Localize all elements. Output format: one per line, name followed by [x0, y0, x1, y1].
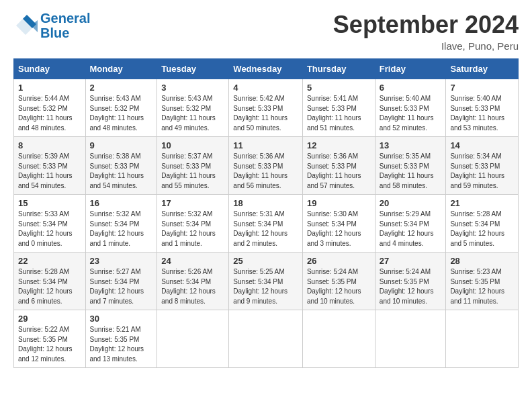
calendar-day-cell: 22 Sunrise: 5:28 AMSunset: 5:34 PMDaylig… — [14, 253, 86, 310]
calendar-day-cell: 30 Sunrise: 5:21 AMSunset: 5:35 PMDaylig… — [85, 310, 157, 368]
weekday-header: Friday — [375, 59, 446, 79]
calendar-day-cell: 18 Sunrise: 5:31 AMSunset: 5:34 PMDaylig… — [229, 195, 303, 253]
day-info: Sunrise: 5:39 AMSunset: 5:33 PMDaylight:… — [18, 152, 73, 189]
day-info: Sunrise: 5:21 AMSunset: 5:35 PMDaylight:… — [90, 326, 144, 363]
day-number: 11 — [233, 140, 298, 150]
day-info: Sunrise: 5:36 AMSunset: 5:33 PMDaylight:… — [233, 152, 287, 189]
day-info: Sunrise: 5:24 AMSunset: 5:35 PMDaylight:… — [380, 268, 434, 305]
weekday-header: Monday — [85, 59, 157, 79]
calendar-day-cell: 1 Sunrise: 5:44 AMSunset: 5:32 PMDayligh… — [14, 79, 86, 137]
day-info: Sunrise: 5:29 AMSunset: 5:34 PMDaylight:… — [380, 210, 434, 247]
day-number: 27 — [380, 256, 442, 266]
day-number: 24 — [161, 256, 224, 266]
logo: General Blue — [13, 11, 90, 40]
calendar-day-cell: 14 Sunrise: 5:34 AMSunset: 5:33 PMDaylig… — [446, 137, 519, 195]
day-number: 29 — [18, 314, 81, 324]
month-year-label: September 2024 — [333, 11, 519, 39]
day-number: 4 — [233, 83, 298, 93]
calendar-day-cell: 17 Sunrise: 5:32 AMSunset: 5:34 PMDaylig… — [157, 195, 229, 253]
day-info: Sunrise: 5:38 AMSunset: 5:33 PMDaylight:… — [90, 152, 144, 189]
calendar-week-row: 15 Sunrise: 5:33 AMSunset: 5:34 PMDaylig… — [14, 195, 519, 253]
calendar-day-cell: 6 Sunrise: 5:40 AMSunset: 5:33 PMDayligh… — [375, 79, 446, 137]
day-info: Sunrise: 5:40 AMSunset: 5:33 PMDaylight:… — [380, 95, 434, 132]
calendar-day-cell — [157, 310, 229, 368]
day-info: Sunrise: 5:25 AMSunset: 5:34 PMDaylight:… — [233, 268, 287, 305]
day-number: 8 — [18, 140, 81, 150]
day-number: 26 — [307, 256, 371, 266]
day-info: Sunrise: 5:41 AMSunset: 5:33 PMDaylight:… — [307, 95, 361, 132]
calendar-day-cell: 19 Sunrise: 5:30 AMSunset: 5:34 PMDaylig… — [302, 195, 375, 253]
day-info: Sunrise: 5:32 AMSunset: 5:34 PMDaylight:… — [161, 210, 216, 247]
day-info: Sunrise: 5:23 AMSunset: 5:35 PMDaylight:… — [450, 268, 504, 305]
weekday-header: Tuesday — [157, 59, 229, 79]
location-label: Ilave, Puno, Peru — [333, 40, 519, 52]
calendar-day-cell: 2 Sunrise: 5:43 AMSunset: 5:32 PMDayligh… — [85, 79, 157, 137]
day-info: Sunrise: 5:28 AMSunset: 5:34 PMDaylight:… — [450, 210, 504, 247]
day-number: 1 — [18, 83, 81, 93]
day-number: 17 — [161, 198, 224, 208]
day-number: 5 — [307, 83, 371, 93]
weekday-header: Saturday — [446, 59, 519, 79]
day-info: Sunrise: 5:36 AMSunset: 5:33 PMDaylight:… — [307, 152, 361, 189]
logo-text: General Blue — [40, 11, 90, 40]
calendar-title: September 2024 Ilave, Puno, Peru — [333, 11, 519, 52]
calendar-day-cell: 13 Sunrise: 5:35 AMSunset: 5:33 PMDaylig… — [375, 137, 446, 195]
logo-icon — [13, 13, 38, 38]
day-number: 10 — [161, 140, 224, 150]
calendar-day-cell: 4 Sunrise: 5:42 AMSunset: 5:33 PMDayligh… — [229, 79, 303, 137]
day-number: 6 — [380, 83, 442, 93]
day-number: 16 — [90, 198, 153, 208]
day-number: 3 — [161, 83, 224, 93]
calendar-day-cell: 24 Sunrise: 5:26 AMSunset: 5:34 PMDaylig… — [157, 253, 229, 310]
calendar-day-cell: 3 Sunrise: 5:43 AMSunset: 5:32 PMDayligh… — [157, 79, 229, 137]
day-info: Sunrise: 5:32 AMSunset: 5:34 PMDaylight:… — [90, 210, 144, 247]
day-info: Sunrise: 5:34 AMSunset: 5:33 PMDaylight:… — [450, 152, 504, 189]
day-info: Sunrise: 5:35 AMSunset: 5:33 PMDaylight:… — [380, 152, 434, 189]
calendar-day-cell — [229, 310, 303, 368]
day-info: Sunrise: 5:22 AMSunset: 5:35 PMDaylight:… — [18, 326, 73, 363]
calendar-day-cell: 15 Sunrise: 5:33 AMSunset: 5:34 PMDaylig… — [14, 195, 86, 253]
calendar-day-cell: 27 Sunrise: 5:24 AMSunset: 5:35 PMDaylig… — [375, 253, 446, 310]
day-number: 28 — [450, 256, 514, 266]
calendar-day-cell — [302, 310, 375, 368]
calendar-table: SundayMondayTuesdayWednesdayThursdayFrid… — [13, 58, 519, 368]
calendar-day-cell: 7 Sunrise: 5:40 AMSunset: 5:33 PMDayligh… — [446, 79, 519, 137]
day-number: 21 — [450, 198, 514, 208]
day-info: Sunrise: 5:43 AMSunset: 5:32 PMDaylight:… — [161, 95, 216, 132]
weekday-header: Sunday — [14, 59, 86, 79]
day-number: 13 — [380, 140, 442, 150]
day-number: 30 — [90, 314, 153, 324]
calendar-week-row: 8 Sunrise: 5:39 AMSunset: 5:33 PMDayligh… — [14, 137, 519, 195]
calendar-day-cell — [375, 310, 446, 368]
calendar-day-cell: 26 Sunrise: 5:24 AMSunset: 5:35 PMDaylig… — [302, 253, 375, 310]
calendar-day-cell: 9 Sunrise: 5:38 AMSunset: 5:33 PMDayligh… — [85, 137, 157, 195]
calendar-day-cell: 5 Sunrise: 5:41 AMSunset: 5:33 PMDayligh… — [302, 79, 375, 137]
day-info: Sunrise: 5:37 AMSunset: 5:33 PMDaylight:… — [161, 152, 216, 189]
calendar-week-row: 1 Sunrise: 5:44 AMSunset: 5:32 PMDayligh… — [14, 79, 519, 137]
weekday-header: Wednesday — [229, 59, 303, 79]
calendar-day-cell: 25 Sunrise: 5:25 AMSunset: 5:34 PMDaylig… — [229, 253, 303, 310]
page-header: General Blue September 2024 Ilave, Puno,… — [13, 11, 519, 52]
calendar-day-cell — [446, 310, 519, 368]
day-info: Sunrise: 5:30 AMSunset: 5:34 PMDaylight:… — [307, 210, 361, 247]
calendar-day-cell: 10 Sunrise: 5:37 AMSunset: 5:33 PMDaylig… — [157, 137, 229, 195]
day-number: 15 — [18, 198, 81, 208]
day-number: 19 — [307, 198, 371, 208]
day-info: Sunrise: 5:42 AMSunset: 5:33 PMDaylight:… — [233, 95, 287, 132]
calendar-day-cell: 12 Sunrise: 5:36 AMSunset: 5:33 PMDaylig… — [302, 137, 375, 195]
day-number: 9 — [90, 140, 153, 150]
day-number: 18 — [233, 198, 298, 208]
day-info: Sunrise: 5:27 AMSunset: 5:34 PMDaylight:… — [90, 268, 144, 305]
day-info: Sunrise: 5:43 AMSunset: 5:32 PMDaylight:… — [90, 95, 144, 132]
weekday-header-row: SundayMondayTuesdayWednesdayThursdayFrid… — [14, 59, 519, 79]
calendar-day-cell: 28 Sunrise: 5:23 AMSunset: 5:35 PMDaylig… — [446, 253, 519, 310]
day-info: Sunrise: 5:31 AMSunset: 5:34 PMDaylight:… — [233, 210, 287, 247]
calendar-day-cell: 23 Sunrise: 5:27 AMSunset: 5:34 PMDaylig… — [85, 253, 157, 310]
day-number: 25 — [233, 256, 298, 266]
day-info: Sunrise: 5:33 AMSunset: 5:34 PMDaylight:… — [18, 210, 73, 247]
day-info: Sunrise: 5:28 AMSunset: 5:34 PMDaylight:… — [18, 268, 73, 305]
calendar-day-cell: 16 Sunrise: 5:32 AMSunset: 5:34 PMDaylig… — [85, 195, 157, 253]
calendar-day-cell: 8 Sunrise: 5:39 AMSunset: 5:33 PMDayligh… — [14, 137, 86, 195]
calendar-week-row: 22 Sunrise: 5:28 AMSunset: 5:34 PMDaylig… — [14, 253, 519, 310]
weekday-header: Thursday — [302, 59, 375, 79]
